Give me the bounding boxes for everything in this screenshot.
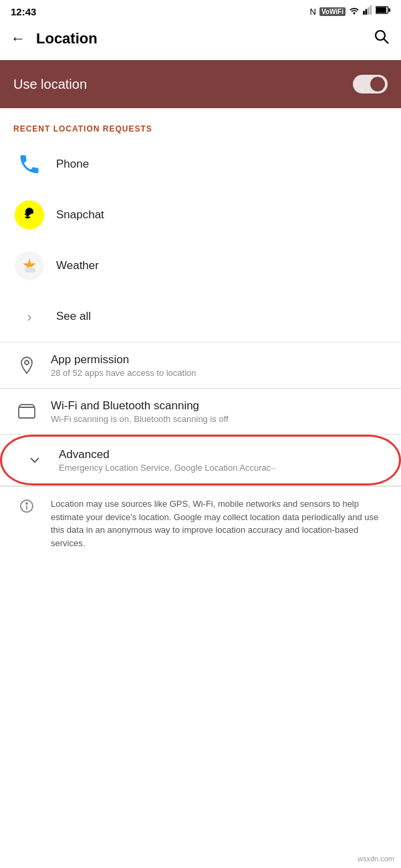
vowifi-icon: VoWiFi xyxy=(319,7,346,16)
svg-point-22 xyxy=(26,503,27,504)
svg-point-7 xyxy=(376,31,385,40)
svg-point-12 xyxy=(30,268,35,272)
toggle-track xyxy=(353,75,388,93)
status-time: 12:43 xyxy=(11,6,36,17)
svg-point-13 xyxy=(25,361,29,365)
weather-bg xyxy=(15,251,44,280)
svg-rect-3 xyxy=(370,5,372,15)
info-icon xyxy=(13,497,40,524)
nfc-icon: N xyxy=(310,7,316,17)
search-button[interactable] xyxy=(373,28,390,49)
wifi-icon xyxy=(349,5,360,17)
settings-item-app-permission[interactable]: App permission 28 of 52 apps have access… xyxy=(0,343,401,388)
svg-rect-5 xyxy=(388,8,390,11)
phone-icon xyxy=(17,152,41,176)
see-all-icon-wrap: › xyxy=(13,300,45,333)
wifi-bluetooth-content: Wi-Fi and Bluetooth scanning Wi-Fi scann… xyxy=(51,399,388,424)
advanced-content: Advanced Emergency Location Service, Goo… xyxy=(59,448,380,473)
watermark: wsxdn.com xyxy=(358,855,394,863)
settings-item-wifi-bluetooth[interactable]: Wi-Fi and Bluetooth scanning Wi-Fi scann… xyxy=(0,389,401,434)
phone-label: Phone xyxy=(56,158,89,171)
snapchat-icon-wrap xyxy=(13,199,45,231)
svg-rect-1 xyxy=(366,9,368,15)
advanced-subtitle: Emergency Location Service, Google Locat… xyxy=(59,463,380,473)
recent-location-label: RECENT LOCATION REQUESTS xyxy=(0,108,401,139)
use-location-text: Use location xyxy=(13,77,87,92)
app-permission-content: App permission 28 of 52 apps have access… xyxy=(51,353,388,378)
app-permission-title: App permission xyxy=(51,353,388,367)
advanced-wrap: Advanced Emergency Location Service, Goo… xyxy=(0,435,401,485)
list-item-see-all[interactable]: › See all xyxy=(0,291,401,342)
weather-icon xyxy=(20,256,39,275)
status-bar: 12:43 N VoWiFi xyxy=(0,0,401,21)
snapchat-label: Snapchat xyxy=(56,208,104,222)
settings-item-advanced[interactable]: Advanced Emergency Location Service, Goo… xyxy=(8,437,393,483)
see-all-label: See all xyxy=(56,310,91,323)
app-permission-subtitle: 28 of 52 apps have access to location xyxy=(51,368,388,378)
wifi-bluetooth-subtitle: Wi-Fi scanning is on, Bluetooth scanning… xyxy=(51,414,388,424)
list-item-phone[interactable]: Phone xyxy=(0,139,401,190)
chevron-down-icon xyxy=(21,447,48,473)
svg-rect-6 xyxy=(376,7,386,13)
use-location-banner[interactable]: Use location xyxy=(0,60,401,108)
svg-line-8 xyxy=(384,39,389,44)
phone-icon-wrap xyxy=(13,148,45,180)
page-title: Location xyxy=(36,30,373,47)
scan-icon xyxy=(13,398,40,425)
weather-icon-wrap xyxy=(13,250,45,282)
chevron-right-icon: › xyxy=(27,309,32,324)
snapchat-bg xyxy=(15,200,44,230)
back-button[interactable]: ← xyxy=(11,30,25,47)
info-section: Location may use sources like GPS, Wi-Fi… xyxy=(0,486,401,560)
wifi-bluetooth-title: Wi-Fi and Bluetooth scanning xyxy=(51,399,388,413)
snapchat-icon xyxy=(21,206,38,224)
weather-label: Weather xyxy=(56,259,99,272)
location-pin-icon xyxy=(13,352,40,379)
svg-rect-16 xyxy=(19,407,35,418)
svg-rect-0 xyxy=(363,11,365,15)
list-item-snapchat[interactable]: Snapchat xyxy=(0,190,401,240)
toggle-thumb xyxy=(370,77,385,91)
battery-icon xyxy=(376,5,390,17)
use-location-toggle[interactable] xyxy=(353,75,388,93)
advanced-title: Advanced xyxy=(59,448,380,461)
signal-icon xyxy=(363,5,372,17)
info-text: Location may use sources like GPS, Wi-Fi… xyxy=(51,497,388,550)
top-bar: ← Location xyxy=(0,21,401,60)
list-item-weather[interactable]: Weather xyxy=(0,240,401,291)
svg-rect-2 xyxy=(368,7,370,15)
status-icons: N VoWiFi xyxy=(310,5,390,17)
